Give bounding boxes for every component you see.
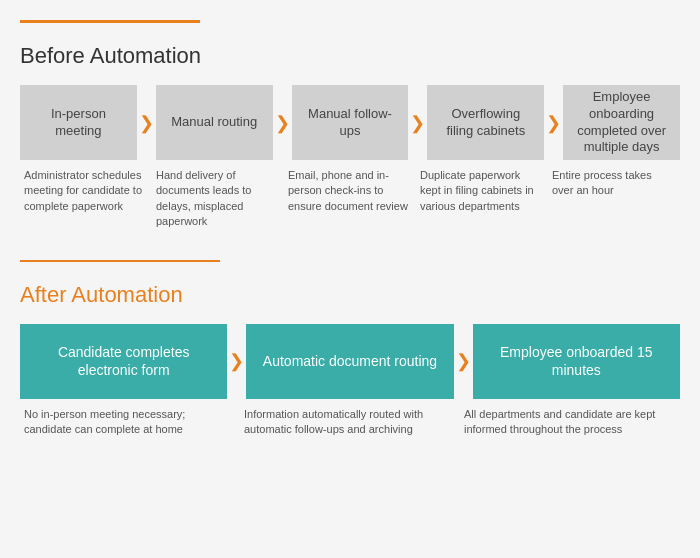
after-title: After Automation — [20, 282, 680, 308]
before-description-item: Email, phone and in-person check-ins to … — [284, 160, 416, 230]
before-step-box: Manual follow-ups — [292, 85, 409, 160]
before-accent-line — [20, 20, 200, 23]
before-step-box: Manual routing — [156, 85, 273, 160]
after-flow-row: Candidate completes electronic form❯Auto… — [20, 324, 680, 399]
flow-arrow: ❯ — [454, 350, 473, 372]
before-step-box: Employee onboarding completed over multi… — [563, 85, 680, 160]
after-description-item: Information automatically routed with au… — [240, 399, 460, 438]
before-description-item: Hand delivery of documents leads to dela… — [152, 160, 284, 230]
flow-arrow: ❯ — [544, 112, 563, 134]
before-descriptions-row: Administrator schedules meeting for cand… — [20, 160, 680, 230]
after-step-box: Candidate completes electronic form — [20, 324, 227, 399]
before-flow-row: In-person meeting❯Manual routing❯Manual … — [20, 85, 680, 160]
after-description-item: No in-person meeting necessary; candidat… — [20, 399, 240, 438]
after-step-box: Employee onboarded 15 minutes — [473, 324, 680, 399]
after-descriptions-row: No in-person meeting necessary; candidat… — [20, 399, 680, 438]
section-separator — [20, 260, 220, 262]
before-step-box: Overflowing filing cabinets — [427, 85, 544, 160]
before-description-item: Entire process takes over an hour — [548, 160, 680, 230]
before-title: Before Automation — [20, 43, 680, 69]
after-description-item: All departments and candidate are kept i… — [460, 399, 680, 438]
after-step-box: Automatic document routing — [246, 324, 453, 399]
flow-arrow: ❯ — [137, 112, 156, 134]
flow-arrow: ❯ — [273, 112, 292, 134]
before-description-item: Administrator schedules meeting for cand… — [20, 160, 152, 230]
before-description-item: Duplicate paperwork kept in filing cabin… — [416, 160, 548, 230]
flow-arrow: ❯ — [408, 112, 427, 134]
flow-arrow: ❯ — [227, 350, 246, 372]
before-step-box: In-person meeting — [20, 85, 137, 160]
